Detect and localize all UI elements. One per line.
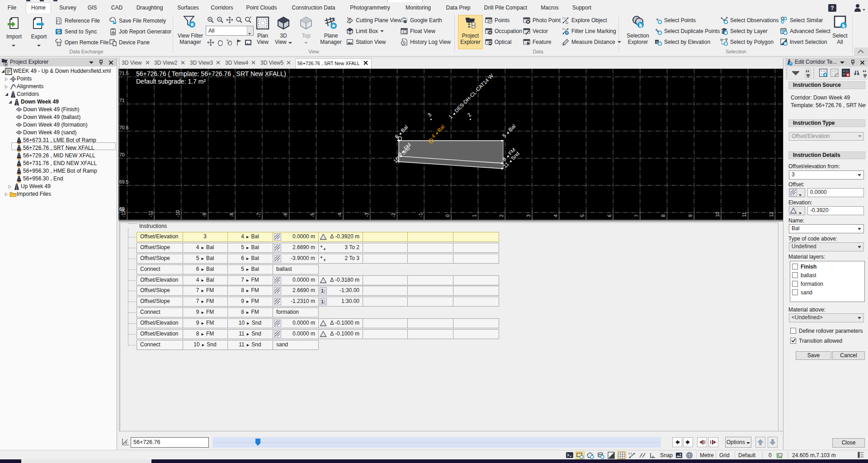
svg-text:11: 11 bbox=[741, 212, 747, 217]
svg-text:0.1: 0.1 bbox=[562, 17, 566, 19]
svg-text:3: 3 bbox=[526, 214, 531, 217]
svg-text:-6: -6 bbox=[283, 213, 288, 217]
svg-text:0.1: 0.1 bbox=[562, 28, 566, 30]
svg-text:6: 6 bbox=[607, 214, 612, 217]
svg-text:0: 0 bbox=[445, 214, 450, 217]
svg-text:5: 5 bbox=[580, 214, 585, 217]
svg-text:10: 10 bbox=[715, 212, 720, 217]
svg-text:2: 2 bbox=[499, 214, 504, 217]
svg-text:-7: -7 bbox=[256, 213, 261, 217]
svg-text:1: 1 bbox=[472, 214, 477, 217]
svg-text:-11: -11 bbox=[148, 210, 153, 217]
svg-text:-9: -9 bbox=[202, 213, 207, 217]
svg-text:70: 70 bbox=[119, 152, 125, 157]
svg-text:-1: -1 bbox=[418, 213, 423, 217]
svg-text:70.5: 70.5 bbox=[119, 125, 129, 130]
svg-text:?: ? bbox=[830, 5, 834, 11]
svg-text:-5: -5 bbox=[310, 213, 315, 217]
svg-text:71: 71 bbox=[119, 98, 125, 103]
svg-text:69.5: 69.5 bbox=[119, 179, 129, 184]
svg-text:71.5: 71.5 bbox=[119, 71, 129, 76]
svg-text:-2: -2 bbox=[391, 213, 396, 217]
svg-text:8: 8 bbox=[660, 214, 666, 217]
svg-text:7: 7 bbox=[634, 214, 639, 217]
svg-text:-3: -3 bbox=[364, 213, 369, 217]
svg-text:0.1: 0.1 bbox=[628, 452, 632, 455]
svg-text:Default subgrade: 1.7 m²: Default subgrade: 1.7 m² bbox=[136, 78, 206, 85]
svg-text:69: 69 bbox=[119, 207, 125, 212]
svg-text:-8: -8 bbox=[229, 213, 234, 217]
svg-text:-4: -4 bbox=[337, 213, 342, 217]
svg-text:12: 12 bbox=[769, 212, 774, 217]
svg-text:4: 4 bbox=[553, 214, 558, 217]
svg-text:56+726.76 ( Template: 56+726.7: 56+726.76 ( Template: 56+726.76 , SRT Ne… bbox=[136, 70, 286, 77]
svg-text:-10: -10 bbox=[175, 210, 180, 217]
svg-text:9: 9 bbox=[688, 214, 693, 217]
